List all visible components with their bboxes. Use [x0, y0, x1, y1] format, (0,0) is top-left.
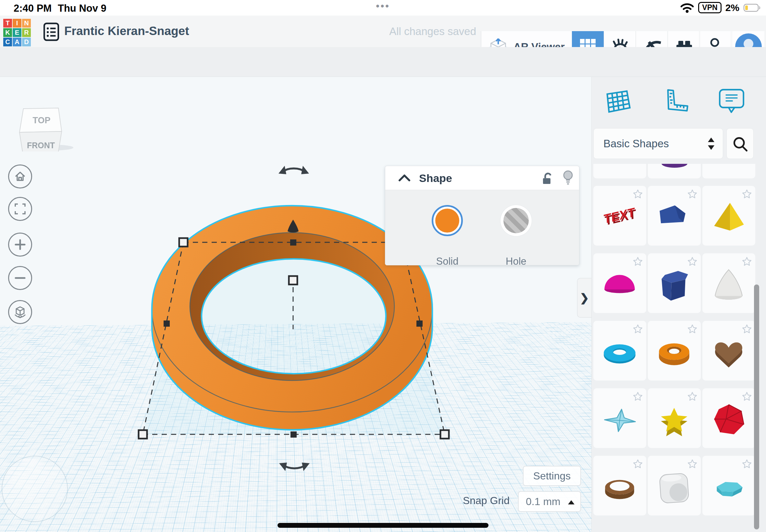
shape-card-pyramid[interactable] — [702, 186, 755, 246]
shape-card-ring[interactable] — [593, 456, 646, 515]
logo-letter: C — [3, 38, 12, 46]
caret-up-icon — [568, 500, 575, 504]
ring-icon — [600, 468, 639, 508]
settings-button[interactable]: Settings — [523, 466, 581, 486]
sidebar-collapse-tab[interactable]: ❯ — [577, 278, 591, 318]
logo-letter: I — [13, 19, 21, 28]
logo-letter: T — [3, 19, 12, 28]
view-cube-top-label: TOP — [32, 115, 50, 125]
workplane-tool[interactable] — [602, 86, 633, 117]
status-indicators: VPN 2% — [680, 2, 761, 13]
shape-card-partial[interactable] — [593, 164, 646, 178]
search-icon — [732, 135, 748, 152]
pyramid-icon — [709, 198, 748, 238]
lock-open-icon[interactable] — [539, 171, 554, 186]
orbit-control[interactable] — [2, 456, 68, 522]
half-sphere-icon — [600, 266, 639, 305]
shape-category-select[interactable]: Basic Shapes — [593, 128, 723, 159]
logo-letter: A — [13, 38, 21, 46]
date: Thu Nov 9 — [58, 3, 106, 14]
view-cube-front-label: FRONT — [27, 141, 55, 150]
fit-view-button[interactable] — [8, 197, 32, 221]
wifi-icon — [680, 2, 694, 13]
home-indicator[interactable] — [277, 523, 489, 528]
gem-icon — [709, 468, 748, 508]
visibility-bulb-icon[interactable] — [561, 170, 575, 187]
shape-inspector-panel: Shape Solid Hole — [385, 166, 579, 265]
shape-card-half-sphere[interactable] — [593, 253, 646, 313]
shape-panel-title: Shape — [419, 172, 452, 185]
clock: 2:40 PM — [14, 3, 52, 14]
shape-card-gem[interactable] — [702, 456, 755, 515]
3d-text-icon: TEXTTEXT — [600, 198, 639, 238]
select-arrows-icon — [707, 137, 715, 151]
shape-card-torus[interactable] — [593, 321, 646, 381]
shape-card-star-5pt[interactable] — [648, 388, 701, 448]
shape-card-icosahedron[interactable] — [702, 388, 755, 448]
shape-card-wedge[interactable] — [648, 186, 701, 246]
hole-option[interactable] — [501, 205, 532, 236]
app-header: TINKERCAD Frantic Kieran-Snaget All chan… — [0, 16, 766, 47]
collapse-chevron-icon[interactable] — [398, 173, 411, 183]
perspective-toggle-button[interactable] — [8, 300, 32, 324]
star-4pt-icon — [600, 401, 639, 440]
tube-icon — [654, 333, 694, 373]
design-properties-button[interactable] — [42, 22, 60, 42]
tinkercad-logo[interactable]: TINKERCAD — [3, 19, 31, 46]
search-button[interactable] — [726, 128, 754, 159]
shape-card-3d-text[interactable]: TEXTTEXT — [593, 186, 646, 246]
sidebar-scrollbar[interactable] — [754, 284, 759, 529]
height-scale-handle — [289, 276, 297, 284]
icosahedron-icon — [709, 401, 748, 440]
edge-handle — [290, 239, 296, 246]
shape-card-partial[interactable] — [648, 164, 701, 178]
edit-toolbar: Import Export Send To — [0, 47, 766, 77]
multitask-dots-icon[interactable]: ••• — [367, 1, 399, 12]
solid-label: Solid — [428, 256, 467, 267]
notes-tool[interactable] — [716, 86, 747, 117]
status-bar: 2:40 PM Thu Nov 9 ••• VPN 2% — [0, 0, 766, 16]
logo-letter: K — [3, 28, 12, 37]
rounded-cube-icon — [654, 468, 694, 508]
shape-sliver — [662, 164, 687, 168]
shape-card-rounded-cube[interactable] — [648, 456, 701, 515]
autosave-status: All changes saved — [324, 25, 476, 38]
logo-letter: N — [22, 19, 31, 28]
snap-grid-label: Snap Grid — [448, 495, 510, 507]
shape-card-heart[interactable] — [702, 321, 755, 381]
logo-letter: R — [22, 28, 31, 37]
elevate-handle — [287, 220, 298, 233]
view-cube[interactable]: TOP FRONT — [13, 90, 78, 151]
shape-card-partial[interactable] — [702, 164, 755, 178]
shape-card-hexagonal-prism[interactable] — [648, 253, 701, 313]
vpn-badge: VPN — [698, 2, 721, 13]
design-canvas[interactable]: TOP FRONT Shape — [0, 77, 591, 532]
torus-icon — [600, 333, 639, 373]
snap-grid-value: 0.1 mm — [526, 496, 561, 508]
shape-card-tube[interactable] — [648, 321, 701, 381]
design-title[interactable]: Frantic Kieran-Snaget — [64, 24, 189, 38]
snap-grid-select[interactable]: 0.1 mm — [518, 491, 581, 512]
hole-swatch-stripes — [504, 208, 529, 233]
paraboloid-icon — [709, 266, 748, 305]
zoom-out-button[interactable] — [8, 266, 32, 290]
logo-letter: E — [13, 28, 21, 37]
shape-card-star-4pt[interactable] — [593, 388, 646, 448]
zoom-in-button[interactable] — [8, 233, 32, 257]
star-5pt-icon — [654, 401, 694, 440]
ruler-tool[interactable] — [659, 86, 690, 117]
category-value: Basic Shapes — [603, 138, 669, 150]
corner-handle — [179, 238, 188, 247]
shape-panel-header: Shape — [385, 166, 579, 190]
solid-option[interactable] — [432, 205, 463, 236]
tinkercad-app: 2:40 PM Thu Nov 9 ••• VPN 2% TINKERCAD — [0, 0, 766, 532]
battery-percent: 2% — [725, 2, 739, 13]
logo-letter: D — [22, 38, 31, 46]
hexagonal-prism-icon — [654, 266, 694, 305]
solid-swatch-color — [435, 209, 459, 233]
hole-label: Hole — [497, 256, 536, 267]
rotate-handle-top — [282, 168, 305, 172]
home-view-button[interactable] — [8, 164, 32, 188]
battery-icon — [743, 3, 761, 12]
shape-card-paraboloid[interactable] — [702, 253, 755, 313]
